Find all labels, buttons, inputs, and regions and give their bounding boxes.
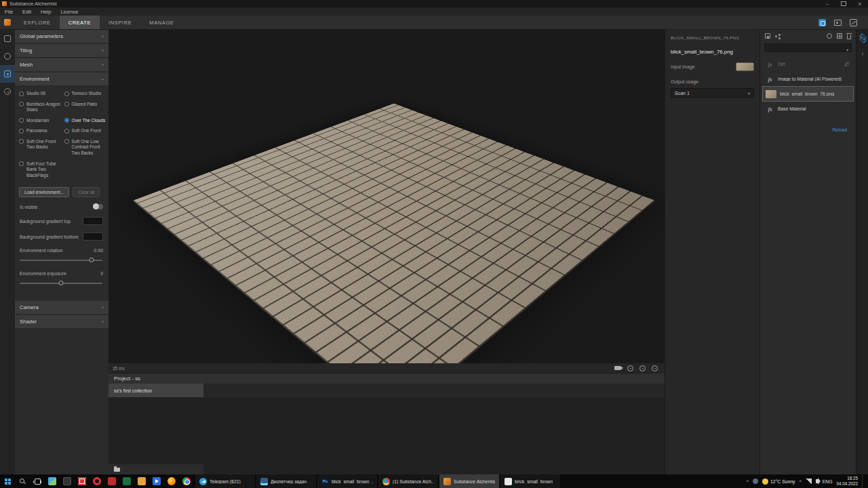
env-option-panorama[interactable]: Panorama [19, 128, 62, 134]
show-desktop-button[interactable] [862, 474, 865, 488]
orbit-icon[interactable] [627, 365, 633, 371]
green-app-icon[interactable] [119, 474, 134, 488]
env-option-over-the-clouds[interactable]: Over The Clouds [64, 118, 107, 124]
bg-gradient-top-row: Background gradient top [15, 213, 108, 228]
minimize-button[interactable] [819, 0, 835, 7]
volume-icon[interactable] [816, 479, 818, 483]
preview-icon[interactable] [827, 33, 832, 39]
env-option-soft-one-low-contrast[interactable]: Soft One Low Contrast Front Two Backs [64, 139, 107, 157]
sphere-preview-icon[interactable] [0, 47, 15, 65]
bg-gradient-top-swatch[interactable] [83, 217, 103, 225]
red-white-app-icon[interactable] [75, 474, 90, 488]
input-image-thumbnail[interactable] [736, 62, 754, 71]
layer-dirt[interactable]: fx Dirt [763, 57, 853, 71]
tab-explore[interactable]: EXPLORE [15, 16, 60, 29]
menu-help[interactable]: Help [36, 7, 56, 16]
viewport-3d[interactable] [108, 30, 665, 363]
slider-knob[interactable] [59, 281, 64, 285]
tab-manage[interactable]: MANAGE [140, 16, 182, 29]
section-global-parameters[interactable]: Global parameters [15, 30, 108, 43]
taskbar-window-task-manager[interactable]: Диспетчер задач [256, 474, 316, 488]
env-option-glazed-patio[interactable]: Glazed Patio [64, 102, 107, 113]
section-camera[interactable]: Camera [15, 301, 108, 314]
compass-icon[interactable] [652, 365, 658, 371]
reload-link[interactable]: Reload [760, 127, 856, 132]
start-button[interactable] [0, 474, 15, 488]
section-mesh[interactable]: Mesh [15, 58, 108, 71]
menu-license[interactable]: License [56, 7, 83, 16]
bg-gradient-bottom-swatch[interactable] [83, 232, 103, 241]
export-image-icon[interactable] [834, 20, 842, 26]
taskbar-window-telegram[interactable]: Telegram (821) [195, 474, 255, 488]
collection-tab[interactable]: ss's first collection [108, 384, 203, 397]
slider-knob[interactable] [90, 258, 94, 262]
env-option-soft-one-front-two-backs[interactable]: Soft One Front Two Backs [19, 139, 62, 157]
tray-expand-chevron[interactable] [799, 479, 801, 484]
radio-icon [19, 102, 24, 106]
env-option-mondarrain[interactable]: Mondarrain [19, 118, 62, 124]
env-option-tomoco-studio[interactable]: Tomoco Studio [64, 91, 107, 97]
maximize-button[interactable] [835, 0, 852, 7]
taskbar-window-photoshop[interactable]: Ps blick_small_brown_... [317, 474, 377, 488]
tab-inspire[interactable]: INSPIRE [100, 16, 140, 29]
tab-create[interactable]: CREATE [60, 16, 100, 29]
language-indicator[interactable]: ENG [823, 479, 833, 484]
is-visible-toggle[interactable] [93, 204, 103, 209]
layers-stack-icon[interactable] [856, 30, 868, 46]
project-shelf[interactable] [108, 397, 665, 474]
layer-blick-small-brown[interactable]: blick_small_brown_76.png [763, 87, 853, 101]
save-icon[interactable] [765, 33, 770, 39]
section-shader[interactable]: Shader [15, 315, 108, 328]
layer-base-material[interactable]: fx Base Material [763, 102, 853, 116]
hidden-icons-chevron[interactable] [747, 479, 749, 484]
folder-icon[interactable] [114, 468, 120, 472]
opera-app-icon[interactable] [90, 474, 104, 488]
environment-rotation-slider[interactable] [15, 260, 108, 267]
dark-app-icon[interactable] [60, 474, 75, 488]
section-tiling[interactable]: Tiling [15, 44, 108, 57]
eye-off-icon[interactable] [844, 61, 850, 67]
env-option-soft-four-tube[interactable]: Soft Four Tube Bank Two BlackFlags [19, 161, 62, 179]
annotate-icon[interactable] [850, 19, 857, 26]
focus-assist-icon[interactable] [753, 479, 758, 484]
firefox-app-icon[interactable] [164, 474, 179, 488]
network-icon[interactable] [806, 479, 812, 484]
clock[interactable]: 18:25 04.04.2022 [836, 476, 858, 487]
red-app-icon[interactable] [104, 474, 119, 488]
environment-exposure-slider[interactable] [15, 283, 108, 290]
menu-edit[interactable]: Edit [18, 7, 36, 16]
layer-image-to-material[interactable]: fx Image to Material (AI Powered) [763, 72, 853, 86]
delete-layer-icon[interactable] [847, 35, 851, 39]
taskbar-window-brick-small-brown[interactable]: brick_small_brown [500, 474, 560, 488]
env-option-studio-06[interactable]: Studio 06 [19, 91, 62, 97]
taskbar-window-browser[interactable]: (1) Substance Alch... [378, 474, 438, 488]
community-icon[interactable] [818, 19, 826, 26]
section-environment[interactable]: Environment [15, 73, 108, 85]
collapse-panel-icon[interactable] [856, 46, 868, 62]
photos-app-icon[interactable] [45, 474, 60, 488]
lab-panel-icon[interactable] [0, 65, 15, 83]
clear-all-button[interactable]: Clear all [73, 187, 100, 197]
is-visible-row: Is visible [15, 200, 108, 213]
history-icon[interactable] [0, 83, 15, 100]
amber-app-icon[interactable] [134, 474, 149, 488]
scene-view-icon[interactable] [0, 30, 15, 47]
browser-app-icon[interactable] [179, 474, 194, 488]
taskbar-window-substance-alchemist[interactable]: Substance Alchemist [439, 474, 499, 488]
focus-icon[interactable] [639, 365, 646, 371]
env-option-soft-one-front[interactable]: Soft One Front [64, 128, 107, 134]
media-player-app-icon[interactable] [149, 474, 164, 488]
layers-panel: fx Dirt fx Image to Material (AI Powered… [760, 30, 856, 474]
grid-icon[interactable] [837, 33, 842, 39]
env-option-bonifacio-aragon-stairs[interactable]: Bonifacio Aragon Stairs [19, 102, 62, 113]
close-button[interactable] [852, 0, 868, 7]
camera-icon[interactable] [614, 366, 621, 370]
layers-filter-dropdown[interactable] [764, 43, 852, 52]
output-usage-dropdown[interactable]: Scan 1 [671, 88, 754, 98]
task-view-icon[interactable] [30, 474, 45, 488]
weather-widget[interactable]: 12°C Sunny [762, 479, 795, 485]
menu-file[interactable]: File [0, 7, 18, 16]
load-environment-button[interactable]: Load environment... [19, 187, 69, 197]
share-nodes-icon[interactable] [775, 35, 777, 37]
search-icon[interactable] [15, 474, 30, 488]
